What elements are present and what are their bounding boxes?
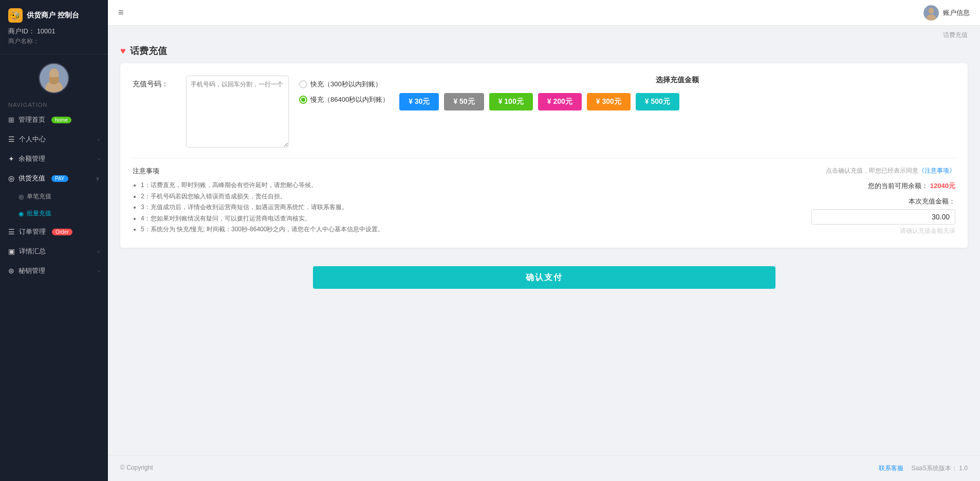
notice-title: 注意事项 [133,166,791,176]
page-content: 话费充值 ♥ 话费充值 充值号码： 快充（300秒以内到账） [108,26,980,455]
balance-icon: ✦ [8,155,14,163]
secret-arrow-icon: › [98,268,100,274]
sidebar-item-profile[interactable]: ☰ 个人中心 › [0,130,108,149]
amount-btn-30[interactable]: ¥ 30元 [399,93,439,110]
sidebar-item-balance[interactable]: ✦ 余额管理 › [0,149,108,169]
profile-icon: ☰ [8,135,15,143]
summary-arrow-icon: › [98,248,100,254]
account-label: 账户信息 [943,8,970,17]
page-title-bar: ♥ 话费充值 [108,45,980,63]
notice-list: 1：话费直充，即时到账，高峰期会有些许延时，请您耐心等候。 2：手机号码若因您输… [133,180,791,235]
heart-icon: ♥ [120,46,126,57]
sidebar-header: 🐝 供货商户 控制台 商户ID： 10001 商户名称： [0,0,108,54]
sidebar-item-home[interactable]: ⊞ 管理首页 home [0,110,108,130]
main-content: ≡ 账户信息 话费充值 ♥ 话费充值 充 [108,0,980,481]
notice-right: 点击确认充值，即您已经表示同意《注意事项》 您的当前可用余额： 12040元 本… [811,166,955,235]
profile-arrow-icon: › [98,136,100,142]
sidebar-item-secret[interactable]: ⊛ 秘钥管理 › [0,261,108,281]
sidebar-item-secret-label: 秘钥管理 [19,266,45,275]
sidebar-item-profile-label: 个人中心 [19,135,46,144]
merchant-name: 商户名称： [8,37,100,46]
account-info-button[interactable]: 账户信息 [923,5,970,21]
nav-section-label: Navigation [0,98,108,110]
speed-fast-option[interactable]: 快充（300秒以内到账） [299,80,389,89]
app-title: 供货商户 控制台 [27,11,79,20]
order-badge: Order [52,229,72,235]
supply-icon: ◎ [8,174,14,182]
avatar [39,63,69,94]
sidebar-item-order[interactable]: ☰ 订单管理 Order [0,222,108,242]
notice-item-4: 4：您如果对到账情况有疑问，可以拨打运营商电话查询核实。 [141,213,791,225]
sidebar: 🐝 供货商户 控制台 商户ID： 10001 商户名称： Navigation … [0,0,108,481]
notice-item-3: 3：充值成功后，详情会收到运营商短信，如遇运营商系统忙，请联系客服。 [141,202,791,213]
form-input-area: 快充（300秒以内到账） 慢充（86400秒以内到账） 选择充值金额 ¥ 30元… [186,76,955,147]
confirm-pay-button[interactable]: 确认支付 [313,266,775,289]
sidebar-item-supply-label: 供货充值 [19,174,45,183]
topbar: ≡ 账户信息 [108,0,980,26]
confirm-tip: 点击确认充值，即您已经表示同意《注意事项》 [811,166,955,175]
svg-point-4 [929,8,934,14]
sidebar-item-order-label: 订单管理 [19,227,46,236]
topbar-avatar [923,5,939,21]
footer-right: 联系客服 SaaS系统版本： 1.0 [879,464,968,473]
amount-input[interactable] [811,209,955,225]
topbar-left: ≡ [118,7,124,18]
copyright: © Copyright [120,464,153,473]
version-info: SaaS系统版本： 1.0 [912,464,968,473]
sidebar-sub-batch[interactable]: ◉ 批量充值 [0,205,108,222]
sidebar-item-balance-label: 余额管理 [19,154,45,163]
confirm-area: 确认支付 [108,256,980,299]
logo-icon: 🐝 [8,8,23,23]
sidebar-sub-single[interactable]: ◎ 单笔充值 [0,188,108,205]
order-icon: ☰ [8,228,15,236]
merchant-id: 商户ID： 10001 [8,27,100,36]
amount-section: 选择充值金额 ¥ 30元 ¥ 50元 ¥ 100元 ¥ 200元 ¥ 300元 … [399,76,955,110]
amount-btn-300[interactable]: ¥ 300元 [587,93,631,110]
customer-service-link[interactable]: 联系客服 [879,464,903,473]
amount-section-title: 选择充值金额 [399,76,955,85]
balance-arrow-icon: › [98,156,100,162]
supply-badge: PAY [51,175,68,182]
validate-tip: 请确认充值金额无误 [811,227,955,235]
footer: © Copyright 联系客服 SaaS系统版本： 1.0 [108,455,980,481]
speed-radio-group: 快充（300秒以内到账） 慢充（86400秒以内到账） [299,76,389,104]
main-card: 充值号码： 快充（300秒以内到账） 慢充（86400秒以内到账） [120,63,968,248]
fast-radio-circle[interactable] [299,80,307,88]
single-icon: ◎ [19,193,24,200]
notice-item-1: 1：话费直充，即时到账，高峰期会有些许延时，请您耐心等候。 [141,180,791,191]
fast-label: 快充（300秒以内到账） [310,80,382,89]
sidebar-item-summary[interactable]: ▣ 详情汇总 › [0,242,108,261]
notice-item-5: 5：系统分为 快充/慢充; 时间截：300秒-86400秒之内，请您在个人中心基… [141,224,791,235]
page-title: 话费充值 [130,45,167,57]
sidebar-item-home-label: 管理首页 [19,115,45,124]
amount-btn-100[interactable]: ¥ 100元 [489,93,533,110]
secret-icon: ⊛ [8,267,14,275]
menu-toggle-button[interactable]: ≡ [118,7,124,18]
notice-left: 注意事项 1：话费直充，即时到账，高峰期会有些许延时，请您耐心等候。 2：手机号… [133,166,791,235]
slow-label: 慢充（86400秒以内到账） [310,95,389,104]
amount-btn-50[interactable]: ¥ 50元 [444,93,484,110]
amount-btn-500[interactable]: ¥ 500元 [636,93,679,110]
avatar-area [0,54,108,98]
amount-input-label: 本次充值金额： [811,197,955,206]
sidebar-item-summary-label: 详情汇总 [19,247,46,256]
notice-item-2: 2：手机号码若因您输入错误而造成损失，责任自担。 [141,191,791,202]
speed-slow-option[interactable]: 慢充（86400秒以内到账） [299,95,389,104]
phone-textarea[interactable] [186,76,289,147]
sidebar-item-supply[interactable]: ◎ 供货充值 PAY ∨ [0,169,108,188]
merchant-info: 商户ID： 10001 商户名称： [8,27,100,46]
breadcrumb: 话费充值 [108,26,980,45]
batch-label: 批量充值 [27,209,51,218]
amount-btn-200[interactable]: ¥ 200元 [538,93,582,110]
phone-label: 充值号码： [133,76,174,89]
notice-section: 注意事项 1：话费直充，即时到账，高峰期会有些许延时，请您耐心等候。 2：手机号… [133,158,955,235]
balance-amount: 12040元 [930,182,955,190]
notice-link[interactable]: 《注意事项》 [918,167,955,174]
home-badge: home [51,117,71,123]
balance-row: 您的当前可用余额： 12040元 [811,181,955,191]
amount-buttons: ¥ 30元 ¥ 50元 ¥ 100元 ¥ 200元 ¥ 300元 ¥ 500元 [399,93,955,110]
home-icon: ⊞ [8,116,14,124]
supply-arrow-icon: ∨ [96,175,100,182]
single-label: 单笔充值 [27,192,51,201]
slow-radio-circle[interactable] [299,96,307,104]
